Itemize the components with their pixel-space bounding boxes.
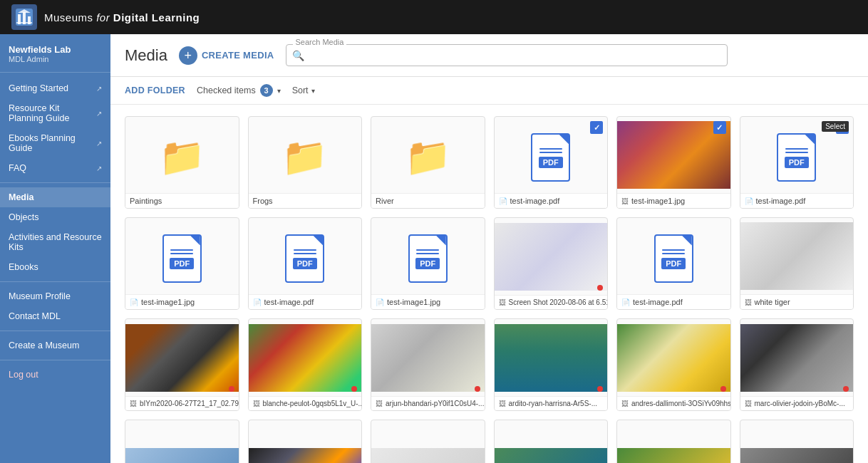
- media-item-river[interactable]: 📁 River: [371, 116, 485, 209]
- media-label: 📄 test-image1.jpg: [125, 294, 239, 309]
- external-link-icon: ↗: [96, 110, 102, 118]
- select-badge: Select: [822, 121, 849, 132]
- sidebar-item-create-museum[interactable]: Create a Museum: [0, 335, 110, 355]
- red-dot-indicator: [351, 386, 357, 392]
- folder-icon: 📁: [405, 135, 451, 179]
- red-dot-indicator: [597, 386, 603, 392]
- media-item-test-pdf-2[interactable]: PDF Select 📄 test-image.pdf: [740, 116, 854, 209]
- media-label: 📄 test-image.pdf: [740, 193, 854, 208]
- media-thumb: PDF: [249, 218, 362, 294]
- search-icon: 🔍: [292, 50, 304, 61]
- sidebar-item-activities[interactable]: Activities and Resource Kits: [0, 227, 110, 257]
- media-thumb: [371, 420, 485, 463]
- plus-icon: +: [179, 46, 197, 65]
- toolbar: ADD FOLDER Checked items 3 ▾ Sort ▾: [110, 77, 868, 105]
- media-item-row4-4[interactable]: [494, 420, 609, 463]
- media-item-screenshot[interactable]: 🖼 Screen Shot 2020-08-06 at 6.51.19...: [494, 217, 609, 310]
- pdf-icon: PDF: [162, 234, 202, 283]
- media-item-test-jpg-1[interactable]: 🖼 test-image1.jpg: [616, 116, 731, 209]
- media-item-paintings[interactable]: 📁 Paintings: [125, 116, 239, 209]
- media-thumb: [617, 319, 730, 396]
- media-item-frogs[interactable]: 📁 Frogs: [248, 116, 363, 209]
- sort-button[interactable]: Sort ▾: [292, 85, 315, 95]
- media-label: 🖼 andres-dallimonti-3OSiYv09hhs-...: [617, 396, 730, 410]
- content-header: Media + CREATE MEDIA Search Media 🔍: [110, 34, 868, 77]
- media-item-row4-2[interactable]: [248, 420, 363, 463]
- create-media-button[interactable]: + CREATE MEDIA: [179, 46, 274, 65]
- media-thumb: [617, 117, 730, 193]
- media-thumb: [495, 218, 608, 295]
- media-item-ardito[interactable]: 🖼 ardito-ryan-harrisna-Ar5S-...: [494, 318, 609, 411]
- sidebar-item-ebooks[interactable]: Ebooks: [0, 257, 110, 277]
- file-icon: 🖼: [745, 400, 752, 407]
- search-label: Search Media: [293, 38, 347, 46]
- media-label: 📄 test-image.pdf: [495, 193, 608, 208]
- image-thumbnail: [740, 324, 854, 392]
- media-thumb: [740, 420, 854, 463]
- image-thumbnail: [125, 324, 239, 392]
- media-item-marc[interactable]: 🖼 marc-olivier-jodoin-yBoMc-...: [740, 318, 854, 411]
- sidebar-item-resource-kit[interactable]: Resource Kit Planning Guide ↗: [0, 98, 110, 128]
- sidebar-item-media[interactable]: Media: [0, 187, 110, 207]
- media-thumb: [495, 319, 608, 396]
- media-grid-container: 📁 Paintings 📁 Frogs: [110, 105, 868, 463]
- search-input[interactable]: [286, 44, 728, 66]
- sidebar-item-museum-profile[interactable]: Museum Profile: [0, 286, 110, 306]
- media-item-pdf-row2-2[interactable]: PDF 📄 test-image.pdf: [248, 217, 363, 310]
- external-link-icon: ↗: [96, 85, 102, 93]
- item-checkbox[interactable]: [713, 121, 726, 134]
- app-title: Museums for Digital Learning: [44, 11, 200, 24]
- media-item-row4-5[interactable]: [616, 420, 731, 463]
- media-item-pdf-row2-4[interactable]: PDF 📄 test-image.pdf: [616, 217, 731, 310]
- media-item-blanche[interactable]: 🖼 blanche-peulot-0gqsb5L1v_U-...: [248, 318, 363, 411]
- media-thumb: 📁: [249, 117, 362, 193]
- red-dot-indicator: [229, 386, 234, 392]
- media-label: 🖼 blanche-peulot-0gqsb5L1v_U-...: [249, 396, 362, 410]
- sidebar-item-getting-started[interactable]: Getting Started ↗: [0, 78, 110, 98]
- media-item-pdf-row2-3[interactable]: PDF 📄 test-image1.jpg: [371, 217, 485, 310]
- add-folder-button[interactable]: ADD FOLDER: [125, 85, 185, 95]
- file-icon: 🖼: [499, 400, 506, 407]
- red-dot-indicator: [720, 386, 726, 392]
- media-item-row4-6[interactable]: [740, 420, 854, 463]
- sidebar-nav: Getting Started ↗ Resource Kit Planning …: [0, 73, 110, 390]
- media-label: 📄 test-image.pdf: [617, 294, 730, 309]
- sidebar-item-contact-mdl[interactable]: Contact MDL: [0, 306, 110, 326]
- media-thumb: [740, 319, 854, 396]
- media-thumb: [495, 420, 608, 463]
- sidebar-item-faq[interactable]: FAQ ↗: [0, 158, 110, 178]
- media-thumb: [371, 319, 485, 396]
- file-icon: 🖼: [621, 197, 629, 205]
- media-item-row4-1[interactable]: [125, 420, 239, 463]
- file-icon: 🖼: [499, 298, 506, 306]
- checked-items-button[interactable]: Checked items 3 ▾: [197, 84, 281, 97]
- logo-icon: [11, 4, 37, 30]
- media-thumb: [249, 319, 362, 396]
- sidebar-item-objects[interactable]: Objects: [0, 207, 110, 227]
- media-item-pdf-row2-1[interactable]: PDF 📄 test-image1.jpg: [125, 217, 239, 310]
- media-label: 🖼 white tiger: [740, 294, 854, 309]
- sidebar-item-logout[interactable]: Log out: [0, 365, 110, 385]
- file-icon: 📄: [376, 298, 384, 306]
- image-thumbnail: [617, 324, 730, 392]
- media-item-andres[interactable]: 🖼 andres-dallimonti-3OSiYv09hhs-...: [616, 318, 731, 411]
- media-item-test-pdf-1[interactable]: PDF 📄 test-image.pdf: [494, 116, 609, 209]
- media-item-blym[interactable]: 🖼 bIYm2020-06-27T21_17_02.79...: [125, 318, 239, 411]
- media-label: 🖼 test-image1.jpg: [617, 193, 730, 208]
- logo: Museums for Digital Learning: [11, 4, 200, 30]
- media-item-white-tiger[interactable]: 🖼 white tiger: [740, 217, 854, 310]
- image-thumbnail: [125, 448, 239, 463]
- media-item-arjun[interactable]: 🖼 arjun-bhandari-pY0if1C0sU4-...: [371, 318, 485, 411]
- file-icon: 🖼: [253, 400, 260, 407]
- media-thumb: 📁: [125, 117, 239, 193]
- checked-count-badge: 3: [260, 84, 273, 97]
- media-thumb: [249, 420, 362, 463]
- pdf-icon: PDF: [531, 133, 570, 182]
- item-checkbox[interactable]: [590, 121, 603, 134]
- sort-label: Sort: [292, 85, 309, 95]
- sidebar-item-ebooks-planning[interactable]: Ebooks Planning Guide ↗: [0, 128, 110, 158]
- pdf-icon: PDF: [777, 133, 816, 182]
- media-label: 🖼 bIYm2020-06-27T21_17_02.79...: [125, 396, 239, 410]
- media-item-row4-3[interactable]: [371, 420, 485, 463]
- chevron-down-icon: ▾: [277, 87, 281, 95]
